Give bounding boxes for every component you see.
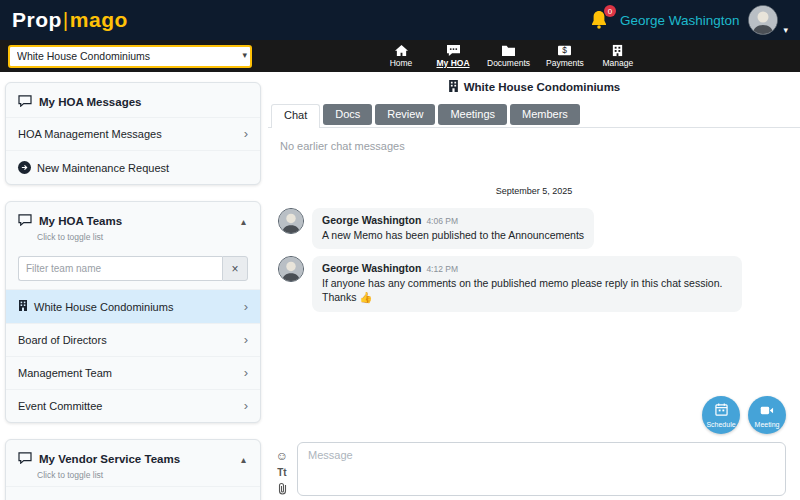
nav-item-payments[interactable]: $ Payments xyxy=(546,40,584,72)
chevron-right-icon: › xyxy=(244,335,248,345)
folder-icon xyxy=(501,44,516,57)
chevron-right-icon: › xyxy=(244,302,248,312)
message-text: If anyone has any comments on the publis… xyxy=(322,276,732,304)
nav-item-documents[interactable]: Documents xyxy=(487,40,530,72)
my-hoa-teams-card: My HOA Teams ▴ Click to toggle list × Wh… xyxy=(5,201,261,423)
logo-separator: | xyxy=(63,8,69,31)
message-input[interactable] xyxy=(297,442,786,496)
property-selector[interactable]: ▾ xyxy=(8,45,252,68)
message-list: George Washington 4:06 PM A new Memo has… xyxy=(278,208,790,312)
user-avatar[interactable] xyxy=(748,5,778,35)
manage-icon xyxy=(610,44,625,57)
main-navigation: Home My HOA Documents $ Payments Manage xyxy=(383,40,636,72)
card-title: My Vendor Service Teams xyxy=(39,453,232,465)
tab-members[interactable]: Members xyxy=(510,104,580,125)
vendor-empty-text: You are not assigned to any Teams xyxy=(6,486,260,500)
chat-area: No earlier chat messages September 5, 20… xyxy=(268,128,800,320)
schedule-button[interactable]: Schedule xyxy=(702,396,740,434)
bell-icon xyxy=(589,17,609,34)
filter-clear-button[interactable]: × xyxy=(222,256,248,281)
toggle-hint: Click to toggle list xyxy=(6,470,260,486)
circle-arrow-icon xyxy=(18,161,31,174)
meeting-button[interactable]: Meeting xyxy=(748,396,786,434)
logo-prop: Prop xyxy=(12,8,62,31)
no-earlier-messages-text: No earlier chat messages xyxy=(280,140,790,152)
main-content: White House Condominiums Chat Docs Revie… xyxy=(268,78,800,500)
svg-text:$: $ xyxy=(563,45,568,55)
message-bubble: George Washington 4:06 PM A new Memo has… xyxy=(312,208,594,249)
message-avatar xyxy=(278,256,304,282)
text-format-icon[interactable]: Tt xyxy=(277,466,286,479)
team-item-event-committee[interactable]: Event Committee › xyxy=(6,389,260,422)
chat-message: George Washington 4:06 PM A new Memo has… xyxy=(278,208,790,249)
building-icon xyxy=(448,80,459,94)
team-filter: × xyxy=(6,248,260,289)
chat-action-buttons: Schedule Meeting xyxy=(702,396,786,434)
calendar-icon xyxy=(715,402,728,420)
nav-item-my-hoa[interactable]: My HOA xyxy=(435,40,471,72)
team-filter-input[interactable] xyxy=(18,256,222,281)
message-time: 4:06 PM xyxy=(426,216,458,226)
tab-docs[interactable]: Docs xyxy=(323,104,372,125)
collapse-caret-icon[interactable]: ▴ xyxy=(239,454,248,465)
video-camera-icon xyxy=(760,402,774,420)
card-title: My HOA Teams xyxy=(39,215,232,227)
payments-icon: $ xyxy=(557,44,572,57)
sidebar-item-hoa-management-messages[interactable]: HOA Management Messages › xyxy=(6,117,260,150)
nav-item-home[interactable]: Home xyxy=(383,40,419,72)
message-author: George Washington xyxy=(322,214,421,226)
team-item-board-of-directors[interactable]: Board of Directors › xyxy=(6,323,260,356)
chevron-right-icon: › xyxy=(244,129,248,139)
message-avatar xyxy=(278,208,304,234)
tab-bar: Chat Docs Review Meetings Members xyxy=(268,104,800,128)
chat-bubble-icon xyxy=(18,93,32,111)
toggle-hint: Click to toggle list xyxy=(6,232,260,248)
my-hoa-messages-card: My HOA Messages HOA Management Messages … xyxy=(5,82,261,185)
tab-meetings[interactable]: Meetings xyxy=(438,104,507,125)
message-composer: ☺ Tt xyxy=(274,442,786,498)
home-icon xyxy=(394,44,409,57)
chat-icon xyxy=(446,44,461,57)
chevron-right-icon: › xyxy=(244,401,248,411)
page-title: White House Condominiums xyxy=(268,78,800,94)
emoji-icon[interactable]: ☺ xyxy=(276,450,288,463)
card-title: My HOA Messages xyxy=(39,96,248,108)
collapse-caret-icon[interactable]: ▴ xyxy=(239,216,248,227)
chat-message: George Washington 4:12 PM If anyone has … xyxy=(278,256,790,311)
user-menu-caret-icon[interactable]: ▾ xyxy=(783,25,788,35)
message-author: George Washington xyxy=(322,262,421,274)
chat-bubble-icon xyxy=(18,212,32,230)
attachment-icon[interactable] xyxy=(277,482,288,498)
notification-badge: 0 xyxy=(604,5,616,17)
vendor-teams-card: My Vendor Service Teams ▴ Click to toggl… xyxy=(5,439,261,500)
message-time: 4:12 PM xyxy=(426,264,458,274)
tab-review[interactable]: Review xyxy=(375,104,435,125)
top-header: Prop|mago 0 George Washington ▾ xyxy=(0,0,800,40)
tab-chat[interactable]: Chat xyxy=(271,104,320,128)
sidebar: My HOA Messages HOA Management Messages … xyxy=(5,82,261,500)
property-select-input[interactable] xyxy=(8,45,252,68)
message-bubble: George Washington 4:12 PM If anyone has … xyxy=(312,256,742,311)
chat-bubble-icon xyxy=(18,450,32,468)
building-icon xyxy=(18,300,28,313)
user-name[interactable]: George Washington xyxy=(620,13,740,28)
secondary-nav-bar: ▾ Home My HOA Documents $ Payments xyxy=(0,40,800,72)
logo-mago: mago xyxy=(70,8,128,31)
date-divider: September 5, 2025 xyxy=(278,186,790,196)
nav-item-manage[interactable]: Manage xyxy=(600,40,636,72)
team-item-management-team[interactable]: Management Team › xyxy=(6,356,260,389)
chevron-right-icon: › xyxy=(244,368,248,378)
sidebar-item-new-maintenance-request[interactable]: New Maintenance Request xyxy=(6,150,260,184)
message-text: A new Memo has been published to the Ann… xyxy=(322,228,584,242)
app-logo[interactable]: Prop|mago xyxy=(12,8,128,32)
team-item-white-house-condominiums[interactable]: White House Condominiums › xyxy=(6,289,260,323)
notifications-button[interactable]: 0 xyxy=(589,9,611,31)
